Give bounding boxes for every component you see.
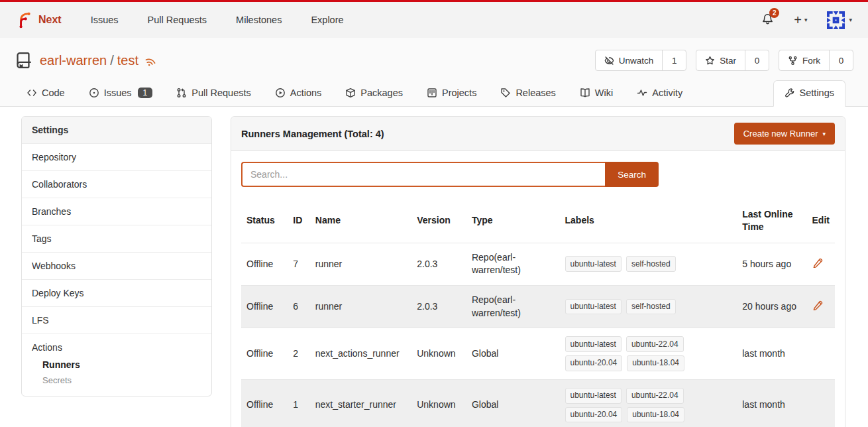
- tab-label: Releases: [515, 88, 555, 98]
- settings-icon: [785, 88, 795, 98]
- eye-slash-icon: [604, 56, 614, 66]
- navbar-item-milestones[interactable]: Milestones: [236, 15, 282, 25]
- tab-packages[interactable]: Packages: [339, 81, 409, 106]
- chevron-down-icon: ▾: [849, 17, 852, 23]
- runner-last-online: last month: [737, 328, 806, 380]
- search-button[interactable]: Search: [605, 162, 659, 187]
- user-menu-dropdown[interactable]: ▾: [827, 11, 852, 29]
- wiki-icon: [580, 88, 590, 98]
- navbar-item-explore[interactable]: Explore: [311, 15, 343, 25]
- runner-type: Repo(earl-warren/test): [466, 243, 560, 285]
- column-header-name: Name: [310, 199, 411, 243]
- unwatch-count[interactable]: 1: [662, 50, 686, 70]
- releases-icon: [500, 88, 511, 98]
- star-button[interactable]: Star: [696, 50, 745, 70]
- brand-label: Next: [38, 14, 62, 26]
- runner-row: Offline1next_starter_runnerUnknownGlobal…: [241, 379, 835, 427]
- star-button-group: Star0: [696, 50, 769, 71]
- runner-name: next_starter_runner: [310, 379, 411, 427]
- code-icon: [27, 88, 37, 98]
- search-input[interactable]: [241, 162, 605, 187]
- tab-code[interactable]: Code: [20, 81, 72, 106]
- tab-label: Issues: [104, 88, 132, 98]
- plus-icon: +: [794, 13, 802, 28]
- runner-type: Global: [466, 328, 560, 380]
- sidebar-header: Settings: [22, 117, 211, 144]
- issues-icon: [89, 88, 99, 98]
- sidebar-item-actions[interactable]: Actions: [32, 342, 201, 353]
- fork-button[interactable]: Fork: [779, 50, 829, 70]
- edit-runner-pencil-icon[interactable]: [812, 257, 823, 268]
- home-link[interactable]: Next: [16, 11, 62, 29]
- runner-label-chip: self-hosted: [626, 256, 676, 272]
- runner-name: next_actions_runner: [310, 328, 411, 380]
- column-header-edit: Edit: [807, 199, 836, 243]
- runner-labels: ubuntu-latestself-hosted: [560, 285, 737, 328]
- runner-label-chip: ubuntu-latest: [565, 299, 622, 315]
- sidebar-item-branches[interactable]: Branches: [22, 198, 211, 225]
- runner-status: Offline: [241, 285, 288, 328]
- tab-activity[interactable]: Activity: [630, 81, 689, 106]
- runner-label-chip: ubuntu-latest: [565, 256, 622, 272]
- runner-row: Offline7runner2.0.3Repo(earl-warren/test…: [241, 243, 835, 285]
- create-new-runner-button[interactable]: Create new Runner ▾: [734, 123, 835, 145]
- fork-count[interactable]: 0: [829, 50, 853, 70]
- repo-owner-link[interactable]: earl-warren: [40, 53, 107, 68]
- runner-last-online: last month: [737, 379, 806, 427]
- sidebar-item-repository[interactable]: Repository: [22, 144, 211, 171]
- tab-label: Pull Requests: [191, 88, 250, 98]
- runner-name: runner: [310, 243, 411, 285]
- tab-issues[interactable]: Issues1: [82, 81, 160, 106]
- tab-wiki[interactable]: Wiki: [573, 81, 620, 106]
- tab-pull-requests[interactable]: Pull Requests: [170, 81, 257, 106]
- top-navbar: Next IssuesPull RequestsMilestonesExplor…: [0, 0, 868, 38]
- runner-edit-cell: [807, 328, 836, 380]
- tab-settings[interactable]: Settings: [773, 80, 845, 107]
- runner-type: Repo(earl-warren/test): [466, 285, 560, 328]
- repository-icon: [15, 52, 32, 69]
- sidebar-item-deploy-keys[interactable]: Deploy Keys: [22, 280, 211, 307]
- repo-name-link[interactable]: test: [117, 53, 138, 68]
- tab-label: Packages: [360, 88, 403, 98]
- sidebar-subitem-runners[interactable]: Runners: [32, 359, 201, 370]
- repo-tab-bar: CodeIssues1Pull RequestsActionsPackagesP…: [15, 80, 853, 106]
- tab-actions[interactable]: Actions: [268, 81, 329, 106]
- runner-version: Unknown: [411, 379, 466, 427]
- navbar-item-issues[interactable]: Issues: [91, 15, 119, 25]
- runner-type: Global: [466, 379, 560, 427]
- sidebar-item-webhooks[interactable]: Webhooks: [22, 253, 211, 280]
- runner-label-chip: self-hosted: [626, 299, 676, 315]
- star-count[interactable]: 0: [745, 50, 769, 70]
- star-label: Star: [720, 56, 736, 66]
- edit-runner-pencil-icon[interactable]: [812, 300, 823, 310]
- sidebar-item-collaborators[interactable]: Collaborators: [22, 171, 211, 198]
- pull-requests-icon: [176, 88, 187, 98]
- column-header-labels: Labels: [560, 199, 737, 243]
- notification-count-badge: 2: [769, 8, 779, 18]
- tab-projects[interactable]: Projects: [420, 81, 483, 106]
- unwatch-button[interactable]: Unwatch: [596, 50, 663, 70]
- tab-releases[interactable]: Releases: [494, 81, 562, 106]
- runner-edit-cell: [807, 379, 836, 427]
- runner-status: Offline: [241, 328, 288, 380]
- sidebar-subitem-secrets[interactable]: Secrets: [32, 375, 201, 388]
- projects-icon: [427, 88, 437, 98]
- tab-count-badge: 1: [138, 88, 153, 98]
- runner-search-form: Search: [241, 162, 659, 187]
- sidebar-item-tags[interactable]: Tags: [22, 225, 211, 253]
- panel-header: Runners Management (Total: 4) Create new…: [231, 117, 845, 151]
- runner-row: Offline2next_actions_runnerUnknownGlobal…: [241, 328, 835, 380]
- navbar-item-pull-requests[interactable]: Pull Requests: [148, 15, 207, 25]
- rss-feed-icon[interactable]: [145, 55, 156, 66]
- runner-id: 2: [288, 328, 309, 380]
- activity-icon: [637, 88, 647, 98]
- notifications-bell-icon[interactable]: 2: [761, 13, 774, 27]
- column-header-version: Version: [411, 199, 466, 243]
- runner-label-chip: ubuntu-22.04: [626, 336, 684, 352]
- runner-version: Unknown: [411, 328, 466, 380]
- sidebar-item-lfs[interactable]: LFS: [22, 307, 211, 334]
- runner-id: 6: [288, 285, 309, 328]
- create-new-dropdown[interactable]: + ▾: [794, 13, 807, 28]
- chevron-down-icon: ▾: [822, 131, 826, 137]
- runner-status: Offline: [241, 243, 288, 285]
